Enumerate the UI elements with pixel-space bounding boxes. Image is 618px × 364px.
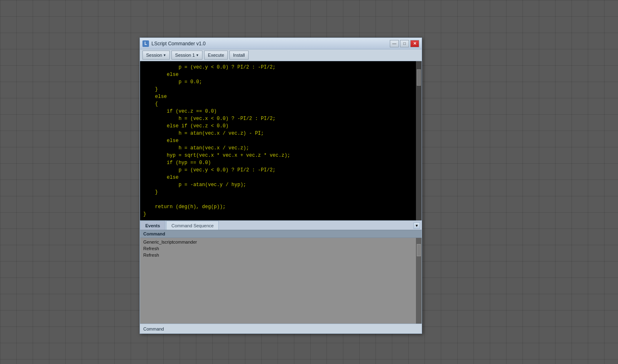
list-item[interactable]: Generic_lscriptcommander: [140, 239, 422, 245]
events-body: Generic_lscriptcommander Refresh Refresh: [140, 238, 422, 324]
events-panel: Command Generic_lscriptcommander Refresh…: [140, 230, 422, 324]
code-scrollbar-vertical[interactable]: [416, 61, 422, 220]
execute-button[interactable]: Execute: [204, 51, 228, 60]
list-item[interactable]: Refresh: [140, 245, 422, 252]
events-header: Command: [140, 230, 422, 238]
install-button[interactable]: Install: [229, 51, 249, 60]
tabs-bar: Events Command Sequence: [140, 221, 422, 230]
command-label: Command: [143, 326, 164, 331]
window-title: LScript Commander v1.0: [151, 41, 206, 47]
code-scrollbar-thumb[interactable]: [417, 69, 421, 86]
tab-scroll-arrow[interactable]: ▼: [413, 222, 420, 229]
session1-dropdown[interactable]: Session 1 ▼: [171, 51, 202, 60]
code-editor[interactable]: p = (vec.y < 0.0) ? PI/2 : -PI/2; else p…: [140, 61, 422, 220]
main-window: L LScript Commander v1.0 — □ ✕ Session ▼…: [140, 38, 422, 334]
minimize-button[interactable]: —: [390, 40, 399, 47]
code-wrapper: p = (vec.y < 0.0) ? PI/2 : -PI/2; else p…: [140, 61, 422, 220]
title-bar: L LScript Commander v1.0 — □ ✕: [140, 38, 422, 49]
list-item[interactable]: Refresh: [140, 252, 422, 258]
toolbar: Session ▼ Session 1 ▼ Execute Install: [140, 49, 422, 61]
title-bar-left: L LScript Commander v1.0: [142, 40, 206, 47]
code-content: p = (vec.y < 0.0) ? PI/2 : -PI/2; else p…: [143, 64, 418, 218]
session-arrow-icon: ▼: [163, 53, 166, 57]
app-icon: L: [142, 40, 149, 47]
events-scrollbar-vertical[interactable]: [416, 238, 422, 324]
session-dropdown[interactable]: Session ▼: [142, 51, 170, 60]
title-buttons: — □ ✕: [390, 40, 419, 47]
bottom-bar: Command: [140, 324, 422, 333]
tab-command-sequence[interactable]: Command Sequence: [166, 221, 219, 230]
session1-arrow-icon: ▼: [196, 53, 199, 57]
events-list: Generic_lscriptcommander Refresh Refresh: [140, 238, 422, 259]
close-button[interactable]: ✕: [410, 40, 419, 47]
tab-events[interactable]: Events: [140, 221, 165, 230]
maximize-button[interactable]: □: [400, 40, 409, 47]
events-scrollbar-thumb[interactable]: [417, 244, 421, 256]
